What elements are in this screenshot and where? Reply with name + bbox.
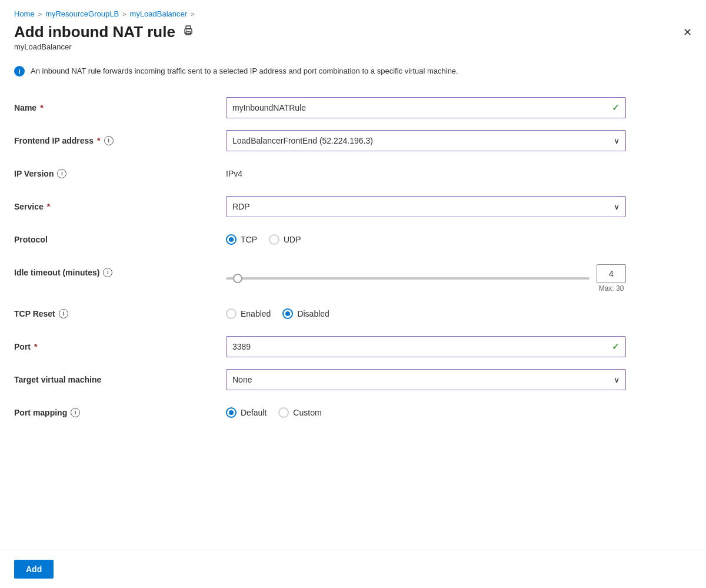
breadcrumb-sep-1: > bbox=[38, 11, 42, 18]
service-value: RDP bbox=[232, 202, 250, 211]
port-mapping-default-label: Default bbox=[241, 408, 267, 417]
form-row-frontend-ip: Frontend IP address * i LoadBalancerFron… bbox=[14, 124, 692, 157]
breadcrumb-load-balancer[interactable]: myLoadBalancer bbox=[130, 9, 188, 18]
protocol-control: TCP UDP bbox=[226, 234, 626, 245]
name-input-wrapper: myInboundNATRule ✓ bbox=[226, 97, 626, 118]
print-icon[interactable] bbox=[182, 25, 194, 39]
form-row-name: Name * myInboundNATRule ✓ bbox=[14, 91, 692, 124]
target-vm-dropdown[interactable]: None ∨ bbox=[226, 369, 626, 390]
tcp-reset-disabled-label: Disabled bbox=[297, 309, 329, 318]
idle-timeout-input[interactable]: 4 bbox=[597, 264, 626, 283]
target-vm-value: None bbox=[232, 375, 252, 384]
port-mapping-radio-group: Default Custom bbox=[226, 407, 626, 418]
svg-rect-1 bbox=[186, 26, 191, 29]
idle-timeout-slider-thumb[interactable] bbox=[233, 274, 242, 283]
port-mapping-label: Port mapping i bbox=[14, 408, 226, 417]
name-input-value[interactable]: myInboundNATRule bbox=[232, 103, 306, 112]
tcp-reset-enabled-label: Enabled bbox=[241, 309, 271, 318]
tcp-reset-disabled-option[interactable]: Disabled bbox=[282, 308, 329, 319]
service-label: Service * bbox=[14, 202, 226, 211]
port-mapping-custom-option[interactable]: Custom bbox=[278, 407, 321, 418]
service-control: RDP ∨ bbox=[226, 196, 626, 217]
form-row-idle-timeout: Idle timeout (minutes) i 4 Max: 30 bbox=[14, 256, 692, 297]
frontend-ip-control: LoadBalancerFrontEnd (52.224.196.3) ∨ bbox=[226, 130, 626, 151]
close-icon[interactable]: ✕ bbox=[683, 26, 692, 39]
frontend-ip-value: LoadBalancerFrontEnd (52.224.196.3) bbox=[232, 136, 373, 145]
breadcrumb-sep-3: > bbox=[191, 11, 194, 18]
tcp-reset-label: TCP Reset i bbox=[14, 309, 226, 318]
tcp-reset-enabled-option[interactable]: Enabled bbox=[226, 308, 271, 319]
idle-timeout-max-label: Max: 30 bbox=[599, 284, 624, 293]
target-vm-control: None ∨ bbox=[226, 369, 626, 390]
idle-timeout-control: 4 Max: 30 bbox=[226, 264, 626, 293]
info-text: An inbound NAT rule forwards incoming tr… bbox=[31, 65, 458, 77]
form-row-target-vm: Target virtual machine None ∨ bbox=[14, 363, 692, 396]
ip-version-label: IP Version i bbox=[14, 169, 226, 178]
frontend-ip-required: * bbox=[97, 136, 100, 145]
form-area: Name * myInboundNATRule ✓ Frontend IP ad… bbox=[0, 91, 706, 429]
tcp-reset-radio-group: Enabled Disabled bbox=[226, 308, 626, 319]
frontend-ip-dropdown[interactable]: LoadBalancerFrontEnd (52.224.196.3) ∨ bbox=[226, 130, 626, 151]
frontend-ip-info-icon[interactable]: i bbox=[104, 136, 114, 145]
breadcrumb-home[interactable]: Home bbox=[14, 9, 35, 18]
name-control: myInboundNATRule ✓ bbox=[226, 97, 626, 118]
breadcrumb-sep-2: > bbox=[122, 11, 126, 18]
protocol-radio-group: TCP UDP bbox=[226, 234, 626, 245]
tcp-reset-disabled-radio[interactable] bbox=[282, 308, 293, 319]
ip-version-info-icon[interactable]: i bbox=[57, 169, 66, 178]
target-vm-dropdown-arrow: ∨ bbox=[614, 375, 620, 384]
port-mapping-custom-radio[interactable] bbox=[278, 407, 289, 418]
frontend-ip-label: Frontend IP address * i bbox=[14, 136, 226, 145]
form-row-ip-version: IP Version i IPv4 bbox=[14, 157, 692, 190]
name-check-icon: ✓ bbox=[612, 102, 620, 113]
port-mapping-control: Default Custom bbox=[226, 407, 626, 418]
service-required: * bbox=[47, 202, 50, 211]
info-box: i An inbound NAT rule forwards incoming … bbox=[14, 65, 692, 77]
name-required: * bbox=[40, 103, 43, 112]
idle-timeout-slider-container: 4 Max: 30 bbox=[226, 264, 626, 293]
form-row-port-mapping: Port mapping i Default Custom bbox=[14, 396, 692, 429]
form-row-tcp-reset: TCP Reset i Enabled Disabled bbox=[14, 297, 692, 330]
svg-point-3 bbox=[186, 30, 187, 31]
protocol-udp-label: UDP bbox=[284, 235, 301, 244]
target-vm-label: Target virtual machine bbox=[14, 375, 226, 384]
header-left: Add inbound NAT rule bbox=[14, 23, 194, 41]
protocol-tcp-label: TCP bbox=[241, 235, 257, 244]
idle-timeout-slider-track[interactable] bbox=[226, 277, 590, 280]
service-dropdown[interactable]: RDP ∨ bbox=[226, 196, 626, 217]
port-control: 3389 ✓ bbox=[226, 336, 626, 357]
port-input-value[interactable]: 3389 bbox=[232, 342, 251, 351]
form-row-port: Port * 3389 ✓ bbox=[14, 330, 692, 363]
breadcrumb-resource-group[interactable]: myResourceGroupLB bbox=[45, 9, 119, 18]
port-label: Port * bbox=[14, 342, 226, 351]
protocol-tcp-option[interactable]: TCP bbox=[226, 234, 257, 245]
footer: Add bbox=[0, 550, 706, 588]
service-dropdown-arrow: ∨ bbox=[614, 202, 620, 211]
ip-version-value: IPv4 bbox=[226, 169, 242, 178]
name-label: Name * bbox=[14, 103, 226, 112]
tcp-reset-info-icon[interactable]: i bbox=[59, 309, 68, 318]
breadcrumb: Home > myResourceGroupLB > myLoadBalance… bbox=[0, 0, 706, 23]
form-row-protocol: Protocol TCP UDP bbox=[14, 223, 692, 256]
port-mapping-custom-label: Custom bbox=[293, 408, 321, 417]
port-mapping-default-option[interactable]: Default bbox=[226, 407, 267, 418]
port-mapping-info-icon[interactable]: i bbox=[71, 408, 80, 417]
idle-timeout-info-icon[interactable]: i bbox=[103, 268, 112, 277]
page-subtitle: myLoadBalancer bbox=[0, 41, 706, 61]
tcp-reset-enabled-radio[interactable] bbox=[226, 308, 237, 319]
port-mapping-default-radio[interactable] bbox=[226, 407, 237, 418]
idle-timeout-label: Idle timeout (minutes) i bbox=[14, 264, 226, 277]
add-button[interactable]: Add bbox=[14, 560, 54, 579]
frontend-ip-dropdown-arrow: ∨ bbox=[614, 136, 620, 145]
info-icon: i bbox=[14, 66, 25, 77]
ip-version-control: IPv4 bbox=[226, 169, 626, 178]
protocol-tcp-radio[interactable] bbox=[226, 234, 237, 245]
port-check-icon: ✓ bbox=[612, 341, 620, 352]
page-title: Add inbound NAT rule bbox=[14, 23, 175, 41]
form-row-service: Service * RDP ∨ bbox=[14, 190, 692, 223]
idle-timeout-slider-right: 4 Max: 30 bbox=[597, 264, 626, 293]
tcp-reset-control: Enabled Disabled bbox=[226, 308, 626, 319]
protocol-udp-option[interactable]: UDP bbox=[269, 234, 301, 245]
protocol-udp-radio[interactable] bbox=[269, 234, 279, 245]
protocol-label: Protocol bbox=[14, 235, 226, 244]
